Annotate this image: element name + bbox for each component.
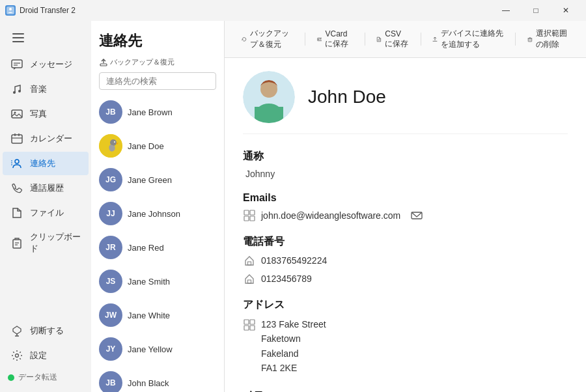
- sidebar-item-contacts[interactable]: 連絡先: [3, 152, 89, 175]
- nickname-title: 通称: [243, 150, 568, 163]
- toolbar-backup-restore[interactable]: バックアップ＆復元: [235, 25, 300, 53]
- svg-rect-48: [255, 107, 283, 119]
- svg-rect-4: [12, 41, 24, 42]
- nickname-value: Johnny: [243, 169, 568, 179]
- csv-icon: [376, 35, 382, 44]
- svg-rect-10: [12, 110, 22, 118]
- address-text: 123 Fake Street Faketown Fakeland FA1 2K…: [261, 317, 326, 376]
- close-button[interactable]: ✕: [551, 0, 581, 21]
- home-icon-1: [243, 254, 256, 267]
- contact-name: Jane Red: [128, 243, 164, 253]
- contacts-icon: [10, 157, 23, 170]
- address-city: Faketown: [261, 331, 326, 346]
- status-label: データ転送: [18, 372, 57, 383]
- settings-label: 設定: [30, 350, 47, 361]
- toolbar-backup-btn[interactable]: バックアップ＆復元: [99, 57, 174, 67]
- status-dot: [8, 374, 14, 381]
- title-bar: Droid Transfer 2 — □ ✕: [0, 0, 586, 21]
- toolbar-delete[interactable]: 選択範囲の削除: [521, 25, 576, 53]
- contact-header: John Doe: [243, 71, 568, 134]
- contact-name: Jane White: [128, 311, 170, 320]
- svg-rect-59: [250, 326, 255, 330]
- calendar-icon: [10, 132, 23, 145]
- svg-point-26: [16, 354, 19, 357]
- toolbar: バックアップ＆復元 VCardに保存 CSVに保存 デバイスに連絡先を追加する …: [225, 21, 586, 58]
- maximize-button[interactable]: □: [521, 0, 551, 21]
- disconnect-label: 切断する: [30, 325, 64, 337]
- toolbar-vcard[interactable]: VCardに保存: [311, 26, 359, 53]
- contact-avatar: JB: [99, 100, 122, 124]
- music-label: 音楽: [30, 83, 47, 95]
- toolbar-csv[interactable]: CSVに保存: [370, 26, 415, 53]
- contact-name: John Black: [128, 378, 169, 388]
- menu-button[interactable]: [5, 26, 31, 49]
- svg-rect-55: [248, 280, 251, 283]
- email-row: john.doe@wideanglesoftware.com: [243, 209, 568, 222]
- contact-panel-title: 連絡先: [99, 31, 216, 51]
- sidebar-item-callhistory[interactable]: 通話履歴: [3, 176, 89, 200]
- contact-item-jane-white[interactable]: JWJane White: [91, 298, 224, 332]
- toolbar-sep-2: [365, 33, 365, 46]
- search-input[interactable]: [99, 72, 216, 90]
- contact-item-jane-green[interactable]: JGJane Green: [91, 163, 224, 197]
- contact-detail: John Doe 通称 Johnny Emails john.doe@widea…: [225, 58, 586, 392]
- toolbar-backup-label: バックアップ＆復元: [110, 57, 174, 67]
- sidebar-item-disconnect[interactable]: 切断する: [3, 319, 89, 343]
- window-controls: — □ ✕: [491, 0, 581, 21]
- svg-rect-56: [244, 320, 249, 324]
- delete-icon: [527, 35, 533, 44]
- toolbar-adddevice[interactable]: デバイスに連絡先を追加する: [426, 25, 510, 53]
- address-county: Fakeland: [261, 346, 326, 361]
- toolbar-delete-label: 選択範囲の削除: [536, 28, 569, 50]
- address-grid-icon: [243, 318, 256, 331]
- svg-rect-20: [13, 240, 21, 248]
- svg-rect-41: [528, 38, 531, 41]
- svg-rect-57: [250, 320, 255, 324]
- app-title: Droid Transfer 2: [20, 6, 76, 15]
- sidebar-item-music[interactable]: 音楽: [3, 77, 89, 101]
- contact-item-jane-yellow[interactable]: JYJane Yellow: [91, 332, 224, 366]
- svg-rect-52: [250, 216, 255, 221]
- address-postcode: FA1 2KE: [261, 361, 326, 375]
- address-section: アドレス 123 Fake Street Faketown Fakeland F…: [243, 298, 568, 376]
- contact-item-jane-red[interactable]: JRJane Red: [91, 231, 224, 264]
- toolbar-sep-4: [515, 33, 516, 46]
- sidebar-item-photos[interactable]: 写真: [3, 102, 89, 126]
- memo-section: メモ This is a note about John Doe: [243, 389, 568, 392]
- status-bar: データ転送: [0, 368, 91, 387]
- main-layout: メッセージ 音楽 写真 カレンダー 連絡先: [0, 21, 586, 392]
- address-street: 123 Fake Street: [261, 317, 326, 331]
- contact-item-jane-doe[interactable]: Jane Doe: [91, 129, 224, 163]
- toolbar-adddevice-label: デバイスに連絡先を追加する: [441, 28, 503, 50]
- nickname-section: 通称 Johnny: [243, 150, 568, 179]
- svg-point-1: [9, 8, 12, 10]
- sidebar-item-clipboard[interactable]: クリップボード: [3, 226, 89, 260]
- sidebar-item-files[interactable]: ファイル: [3, 201, 89, 225]
- clipboard-icon: [10, 236, 23, 249]
- contact-avatar-large: [243, 71, 295, 123]
- svg-rect-2: [12, 33, 24, 35]
- sidebar-item-messages[interactable]: メッセージ: [3, 53, 89, 76]
- phone-number-2: 0123456789: [261, 273, 312, 284]
- contact-avatar: JS: [99, 270, 122, 293]
- contact-name: Jane Brown: [128, 107, 173, 117]
- sidebar-item-calendar[interactable]: カレンダー: [3, 127, 89, 150]
- sidebar-item-settings[interactable]: 設定: [3, 344, 89, 367]
- home-icon-2: [243, 272, 256, 285]
- music-icon: [10, 83, 23, 96]
- minimize-button[interactable]: —: [491, 0, 521, 21]
- toolbar-vcard-label: VCardに保存: [325, 29, 352, 49]
- contact-item-jane-smith[interactable]: JSJane Smith: [91, 264, 224, 298]
- contact-name: Jane Green: [128, 175, 172, 185]
- memo-title: メモ: [243, 389, 568, 392]
- svg-rect-5: [12, 60, 22, 68]
- contact-name: Jane Doe: [128, 141, 164, 151]
- svg-rect-58: [244, 326, 249, 330]
- contact-item-john-black[interactable]: JBJohn Black: [91, 366, 224, 392]
- phone-row-1: 0183765492224: [243, 254, 568, 267]
- send-email-icon[interactable]: [411, 210, 423, 221]
- contact-item-jane-brown[interactable]: JBJane Brown: [91, 95, 224, 129]
- toolbar-csv-label: CSVに保存: [385, 29, 409, 49]
- contact-item-jane-johnson[interactable]: JJJane Johnson: [91, 197, 224, 231]
- settings-icon: [10, 349, 23, 362]
